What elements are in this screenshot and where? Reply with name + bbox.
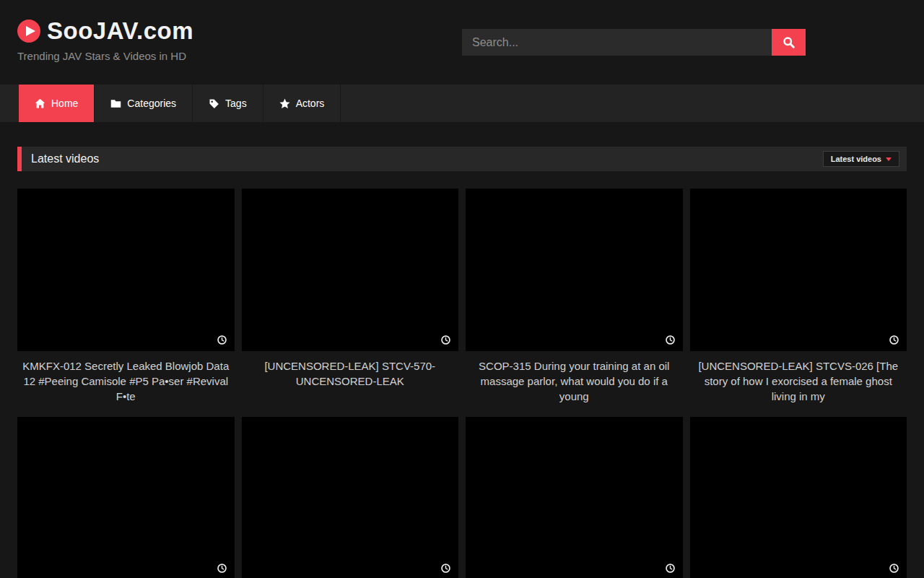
search-icon — [783, 36, 795, 48]
clock-icon — [666, 564, 675, 573]
nav-item-label: Actors — [296, 98, 325, 109]
video-title[interactable]: SCOP-315 During your training at an oil … — [466, 351, 683, 404]
brand: SooJAV.com Trending JAV Stars & Videos i… — [17, 17, 193, 62]
video-thumbnail[interactable] — [242, 189, 459, 351]
video-card[interactable]: SCOP-315 During your training at an oil … — [466, 189, 683, 404]
video-card[interactable]: [UNCENSORED-LEAK] STCV-570-UNCENSORED-LE… — [242, 189, 459, 404]
nav-item-label: Categories — [127, 98, 176, 109]
search-input[interactable] — [462, 29, 772, 56]
main-content: Latest videos Latest videos KMKFX-012 Se… — [17, 147, 907, 578]
video-thumbnail[interactable] — [690, 189, 907, 351]
nav-item-categories[interactable]: Categories — [95, 85, 193, 122]
section-title: Latest videos — [31, 152, 99, 165]
video-thumbnail[interactable] — [17, 417, 235, 578]
tag-icon — [209, 98, 219, 109]
folder-icon — [110, 98, 121, 109]
sort-dropdown[interactable]: Latest videos — [823, 151, 899, 167]
sort-dropdown-label: Latest videos — [831, 155, 881, 163]
clock-icon — [889, 564, 899, 573]
video-card[interactable]: KMKFX-012 Secretly Leaked Blowjob Data 1… — [17, 189, 235, 404]
star-icon — [279, 98, 290, 109]
video-thumbnail[interactable] — [690, 417, 907, 578]
main-nav: Home Categories Tags Actors — [0, 85, 924, 122]
nav-item-label: Tags — [225, 98, 247, 109]
site-tagline: Trending JAV Stars & Videos in HD — [17, 50, 193, 62]
video-thumbnail[interactable] — [17, 189, 235, 351]
video-card[interactable]: URSM-186 Girl @ Era Alice — [690, 417, 907, 578]
video-card[interactable]: NAMH-042 H Cup Big Tits Newcomer (170cm … — [17, 417, 235, 578]
video-card[interactable]: [UNCENSORED-LEAK] MLA-231 [3 shots in — [466, 417, 683, 578]
site-title[interactable]: SooJAV.com — [47, 17, 193, 45]
nav-item-actors[interactable]: Actors — [263, 85, 341, 122]
video-thumbnail[interactable] — [242, 417, 459, 578]
video-thumbnail[interactable] — [466, 417, 683, 578]
video-grid: KMKFX-012 Secretly Leaked Blowjob Data 1… — [17, 189, 907, 578]
clock-icon — [217, 564, 227, 573]
video-card[interactable]: [UNCENSORED-LEAK] STCVS-026 [The story o… — [690, 189, 907, 404]
video-title[interactable]: [UNCENSORED-LEAK] STCV-570-UNCENSORED-LE… — [242, 351, 459, 389]
search-bar — [462, 29, 806, 56]
nav-item-tags[interactable]: Tags — [193, 85, 263, 122]
video-title[interactable]: [UNCENSORED-LEAK] STCVS-026 [The story o… — [690, 351, 907, 404]
chevron-down-icon — [886, 158, 892, 161]
video-title[interactable]: KMKFX-012 Secretly Leaked Blowjob Data 1… — [17, 351, 235, 404]
nav-item-label: Home — [51, 98, 78, 109]
clock-icon — [666, 335, 675, 345]
video-card[interactable]: [UNCENSORED-LEAK] MXGS-1296 Absolutely — [242, 417, 459, 578]
clock-icon — [217, 335, 227, 345]
site-header: SooJAV.com Trending JAV Stars & Videos i… — [0, 0, 924, 85]
play-circle-icon — [17, 20, 40, 43]
clock-icon — [441, 335, 450, 345]
video-thumbnail[interactable] — [466, 189, 683, 351]
search-button[interactable] — [772, 29, 806, 56]
clock-icon — [889, 335, 899, 345]
home-icon — [35, 98, 45, 109]
brand-logo-link[interactable]: SooJAV.com — [17, 17, 193, 45]
section-header: Latest videos Latest videos — [17, 147, 907, 171]
nav-item-home[interactable]: Home — [19, 85, 95, 122]
clock-icon — [441, 564, 450, 573]
